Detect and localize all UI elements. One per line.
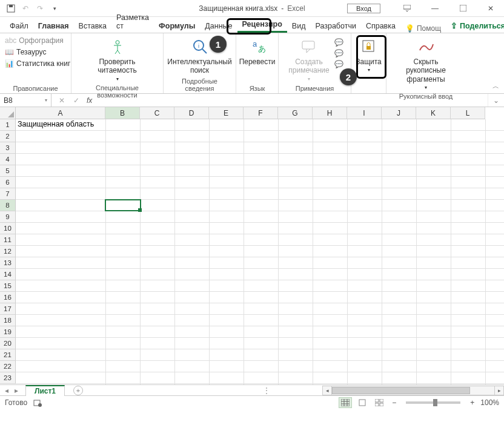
first-sheet-icon[interactable]: ◂ — [5, 386, 8, 395]
row-header[interactable]: 6 — [0, 177, 16, 188]
save-icon[interactable] — [6, 4, 16, 13]
tab-page-layout[interactable]: Разметка ст — [111, 11, 154, 33]
column-header[interactable]: H — [313, 107, 347, 119]
thesaurus-button[interactable]: 📖Тезаурус — [4, 47, 47, 57]
row-header[interactable]: 14 — [0, 269, 16, 280]
row-header[interactable]: 2 — [0, 131, 16, 142]
row-header[interactable]: 15 — [0, 280, 16, 292]
column-header[interactable]: G — [278, 107, 313, 119]
group-protect: Защита ▾ — [351, 33, 386, 93]
column-header[interactable]: F — [244, 107, 278, 119]
maximize-icon[interactable] — [449, 0, 476, 17]
row-header[interactable]: 17 — [0, 303, 16, 315]
svg-point-4 — [116, 41, 119, 44]
undo-icon[interactable]: ↶ — [21, 4, 30, 13]
row-header[interactable]: 5 — [0, 165, 16, 177]
row-header[interactable]: 19 — [0, 326, 16, 338]
qat-dropdown-icon[interactable]: ▾ — [50, 4, 59, 13]
column-header[interactable]: J — [382, 107, 416, 119]
hide-ink-button[interactable]: Скрыть рукописные фрагменты ▾ — [390, 36, 462, 91]
login-button[interactable]: Вход — [347, 4, 380, 13]
row-header[interactable]: 7 — [0, 188, 16, 200]
tab-data[interactable]: Данные — [200, 19, 237, 33]
macro-record-icon[interactable] — [33, 398, 42, 407]
tab-developer[interactable]: Разработчи — [310, 19, 360, 33]
column-header[interactable]: I — [347, 107, 382, 119]
redo-icon[interactable]: ↷ — [35, 4, 45, 13]
zoom-slider[interactable] — [406, 401, 460, 404]
tab-home[interactable]: Главная — [33, 19, 74, 33]
tab-help[interactable]: Справка — [361, 19, 400, 33]
svg-rect-23 — [375, 403, 379, 406]
tell-me[interactable]: 💡 Помощ — [400, 24, 446, 33]
row-header[interactable]: 13 — [0, 257, 16, 269]
cell-a1[interactable]: Защищенная область — [16, 119, 96, 129]
tab-insert[interactable]: Вставка — [74, 19, 111, 33]
row-header[interactable]: 18 — [0, 315, 16, 326]
group-accessibility: Проверить читаемость ▾ Специальные возмо… — [71, 33, 164, 93]
tab-file[interactable]: Файл — [5, 19, 33, 33]
close-icon[interactable]: ✕ — [477, 0, 504, 17]
tab-formulas[interactable]: Формулы — [154, 19, 200, 33]
row-header[interactable]: 11 — [0, 234, 16, 246]
show-comments-icon[interactable]: 💬 — [334, 60, 343, 68]
zoom-level[interactable]: 100% — [480, 398, 499, 407]
column-header[interactable]: A — [16, 107, 105, 119]
page-break-view-button[interactable] — [373, 397, 386, 408]
column-header[interactable]: E — [209, 107, 244, 119]
scroll-right-button[interactable]: ▸ — [494, 386, 504, 395]
column-header[interactable]: L — [451, 107, 485, 119]
name-box[interactable]: B8 ▾ — [0, 94, 51, 107]
column-header[interactable]: C — [140, 107, 174, 119]
row-header[interactable]: 21 — [0, 349, 16, 361]
row-header[interactable]: 10 — [0, 223, 16, 234]
tab-view[interactable]: Вид — [287, 19, 311, 33]
horizontal-scrollbar[interactable] — [332, 386, 494, 395]
share-button[interactable]: ⇪ Поделиться — [446, 19, 504, 33]
translate-button[interactable]: aあ Перевести — [237, 36, 278, 67]
prev-comment-icon[interactable]: 💬 — [334, 38, 343, 47]
scroll-left-button[interactable]: ◂ — [322, 386, 332, 395]
add-sheet-button[interactable]: + — [73, 386, 83, 395]
thesaurus-icon: 📖 — [5, 48, 14, 56]
svg-text:i: i — [198, 43, 199, 49]
sheet-tab[interactable]: Лист1 — [25, 385, 65, 396]
minimize-icon[interactable]: ― — [422, 0, 448, 17]
tab-review[interactable]: Рецензиро — [237, 18, 287, 33]
protect-button[interactable]: Защита ▾ — [351, 36, 387, 74]
column-header[interactable]: K — [416, 107, 451, 119]
zoom-in-button[interactable]: + — [468, 398, 477, 407]
row-header[interactable]: 3 — [0, 142, 16, 154]
cells-area[interactable]: Защищенная область — [16, 119, 504, 384]
check-accessibility-button[interactable]: Проверить читаемость ▾ — [95, 36, 139, 83]
row-header[interactable]: 1 — [0, 119, 16, 131]
column-header[interactable]: D — [174, 107, 209, 119]
column-header[interactable]: B — [105, 107, 140, 119]
share-icon: ⇪ — [451, 21, 457, 30]
row-header[interactable]: 9 — [0, 211, 16, 223]
next-sheet-icon[interactable]: ▸ — [15, 386, 18, 395]
active-cell[interactable] — [105, 199, 141, 211]
next-comment-icon[interactable]: 💬 — [334, 49, 343, 58]
normal-view-button[interactable] — [339, 397, 352, 408]
cancel-icon[interactable]: ✕ — [59, 96, 65, 105]
title-bar: ↶ ↷ ▾ Защищенная книга.xlsx - Excel Вход… — [0, 0, 504, 17]
new-comment-button[interactable]: Создать примечание ▾ — [286, 36, 331, 83]
expand-formula-bar-icon[interactable]: ⌄ — [488, 94, 504, 107]
callout-badge-2: 2 — [340, 68, 357, 85]
page-layout-view-button[interactable] — [356, 397, 369, 408]
chevron-down-icon: ▾ — [116, 76, 119, 82]
ribbon-options-icon[interactable] — [394, 0, 420, 17]
spelling-button[interactable]: abcОрфография — [4, 36, 65, 45]
workbook-stats-button[interactable]: 📊Статистика книг — [4, 59, 71, 68]
row-header[interactable]: 23 — [0, 372, 16, 384]
collapse-ribbon-icon[interactable]: ︿ — [492, 82, 499, 91]
row-header[interactable]: 16 — [0, 292, 16, 303]
row-header[interactable]: 20 — [0, 338, 16, 349]
row-header[interactable]: 22 — [0, 361, 16, 372]
row-header[interactable]: 12 — [0, 246, 16, 257]
row-header[interactable]: 8 — [0, 200, 16, 211]
zoom-out-button[interactable]: − — [390, 398, 399, 407]
select-all-button[interactable] — [0, 107, 16, 119]
row-header[interactable]: 4 — [0, 154, 16, 165]
